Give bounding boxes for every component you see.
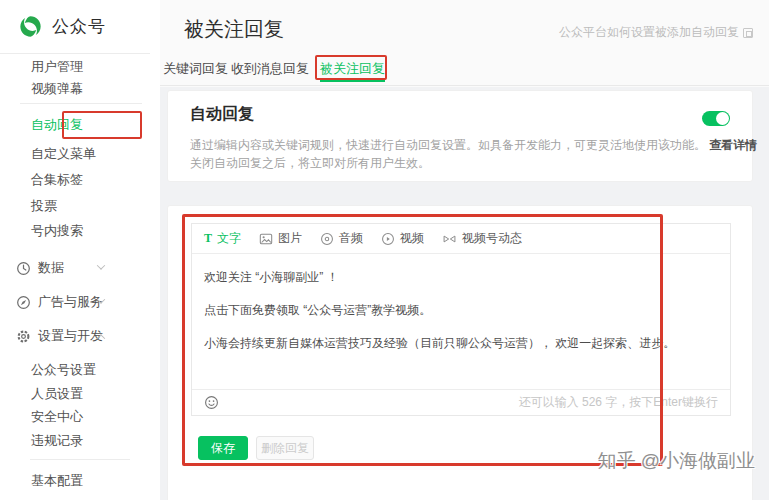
editor-toolbar: T 文字 图片 音频 — [192, 224, 730, 254]
editor-footer: 还可以输入 526 字，按下Enter键换行 — [192, 389, 730, 415]
editor-tab-audio[interactable]: 音频 — [320, 230, 363, 247]
sidebar-item-basic-config[interactable]: 基本配置 — [31, 471, 83, 491]
sidebar-item-user-management[interactable]: 用户管理 — [31, 57, 83, 77]
auto-reply-description: 通过编辑内容或关键词规则，快速进行自动回复设置。如具备开发能力，可更灵活地使用该… — [190, 137, 757, 154]
editor-tab-label: 图片 — [278, 230, 302, 247]
editor-tab-text[interactable]: T 文字 — [204, 230, 241, 247]
chevron-down-icon — [97, 261, 105, 269]
image-icon — [259, 232, 273, 246]
reply-editor: T 文字 图片 音频 — [191, 223, 731, 416]
tab-message-reply[interactable]: 收到消息回复 — [231, 60, 309, 82]
sidebar-divider — [0, 53, 150, 54]
gear-icon — [16, 329, 31, 344]
sidebar-group-label: 数据 — [38, 258, 64, 278]
view-details-link[interactable]: 查看详情 — [709, 138, 757, 152]
sidebar-divider — [30, 459, 130, 460]
audio-icon — [320, 232, 334, 246]
emoji-icon[interactable] — [204, 395, 219, 410]
logo-label: 公众号 — [52, 15, 106, 38]
compass-icon — [16, 295, 31, 310]
sidebar-item-in-account-search[interactable]: 号内搜索 — [31, 221, 83, 241]
editor-tab-label: 音频 — [339, 230, 363, 247]
sidebar-group-data[interactable]: 数据 — [16, 258, 64, 278]
auto-reply-toggle[interactable] — [702, 111, 730, 126]
editor-tab-label: 文字 — [217, 230, 241, 247]
delete-reply-button[interactable]: 删除回复 — [256, 436, 314, 460]
toggle-knob — [716, 112, 729, 125]
sidebar-group-ads-services[interactable]: 广告与服务 — [16, 292, 103, 312]
auto-reply-subnote: 关闭自动回复之后，将立即对所有用户生效。 — [190, 155, 430, 172]
zhihu-watermark: 知乎 @小海做副业 — [597, 448, 755, 474]
reply-line: 欢迎关注 “小海聊副业” ！ — [204, 270, 718, 285]
tab-keyword-reply[interactable]: 关键词回复 — [163, 60, 228, 82]
wechat-official-account-admin: 公众号 用户管理 视频弹幕 自动回复 自定义菜单 合集标签 投票 号内搜索 数据… — [0, 0, 769, 500]
editor-tab-image[interactable]: 图片 — [259, 230, 302, 247]
video-play-icon — [381, 232, 395, 246]
reply-text-area[interactable]: 欢迎关注 “小海聊副业” ！ 点击下面免费领取 “公众号运营”教学视频。 小海会… — [192, 254, 730, 391]
logo[interactable]: 公众号 — [18, 14, 106, 39]
sidebar-item-violation-records[interactable]: 违规记录 — [31, 431, 83, 451]
page-title: 被关注回复 — [184, 16, 284, 43]
external-doc-icon — [743, 28, 753, 38]
sidebar-item-collection-tags[interactable]: 合集标签 — [31, 170, 83, 190]
editor-tab-label: 视频 — [400, 230, 424, 247]
editor-tab-channels-post[interactable]: 视频号动态 — [442, 230, 522, 247]
sidebar-item-vote[interactable]: 投票 — [31, 196, 57, 216]
text-icon: T — [204, 231, 212, 246]
auto-reply-title: 自动回复 — [190, 104, 254, 125]
sidebar-item-staff-settings[interactable]: 人员设置 — [31, 384, 83, 404]
sidebar-item-auto-reply[interactable]: 自动回复 — [31, 115, 83, 135]
reply-line: 小海会持续更新自媒体运营技巧及经验（目前只聊公众号运营）， 欢迎一起探索、进步。 — [204, 336, 718, 351]
corner-note-text: 公众平台如何设置被添加自动回复 — [559, 24, 739, 41]
channels-infinity-icon — [442, 232, 457, 246]
official-account-logo-icon — [18, 14, 43, 39]
sidebar-group-label: 广告与服务 — [38, 292, 103, 312]
sidebar-group-settings-dev[interactable]: 设置与开发 — [16, 326, 103, 346]
editor-tab-label: 视频号动态 — [462, 230, 522, 247]
sidebar-divider — [20, 103, 142, 104]
sidebar-item-custom-menu[interactable]: 自定义菜单 — [31, 144, 96, 164]
editor-tab-video[interactable]: 视频 — [381, 230, 424, 247]
save-button[interactable]: 保存 — [198, 436, 248, 460]
sidebar-item-account-settings[interactable]: 公众号设置 — [31, 360, 96, 380]
corner-note: 公众平台如何设置被添加自动回复 — [559, 24, 753, 41]
char-count-hint: 还可以输入 526 字，按下Enter键换行 — [519, 394, 718, 411]
reply-line: 点击下面免费领取 “公众号运营”教学视频。 — [204, 303, 718, 318]
tab-followed-reply[interactable]: 被关注回复 — [320, 60, 385, 82]
sidebar-item-security-center[interactable]: 安全中心 — [31, 407, 83, 427]
auto-reply-description-text: 通过编辑内容或关键词规则，快速进行自动回复设置。如具备开发能力，可更灵活地使用该… — [190, 138, 706, 152]
clock-icon — [16, 261, 31, 276]
sidebar-group-label: 设置与开发 — [38, 326, 103, 346]
auto-reply-card: 自动回复 通过编辑内容或关键词规则，快速进行自动回复设置。如具备开发能力，可更灵… — [167, 90, 753, 182]
sidebar: 公众号 用户管理 视频弹幕 自动回复 自定义菜单 合集标签 投票 号内搜索 数据… — [0, 0, 160, 500]
sidebar-item-video-danmu[interactable]: 视频弹幕 — [31, 79, 83, 99]
